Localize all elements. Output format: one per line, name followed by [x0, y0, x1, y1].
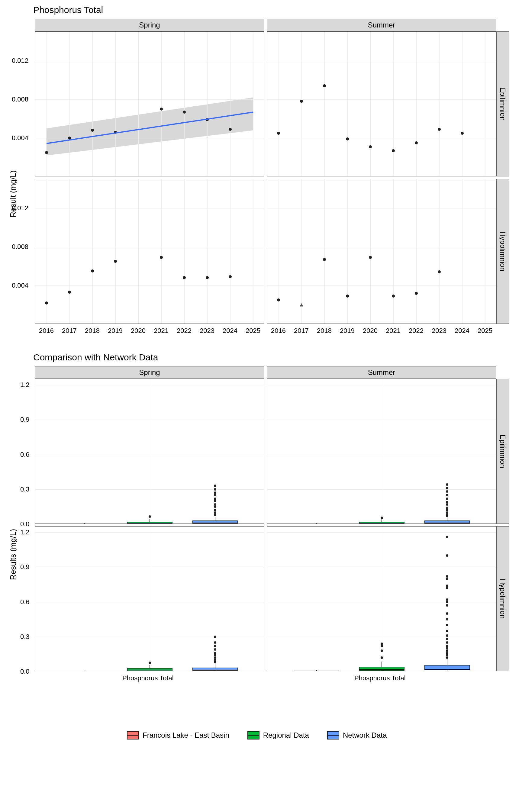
legend-key-red — [127, 731, 139, 739]
data-point — [300, 100, 303, 103]
legend-item-francois: Francois Lake - East Basin — [127, 731, 229, 739]
legend-label-francois: Francois Lake - East Basin — [143, 731, 229, 739]
chart1-xtick: 2022 — [177, 327, 192, 335]
outlier-point — [446, 645, 448, 647]
chart1-xtick: 2019 — [108, 327, 123, 335]
outlier-point — [446, 618, 448, 621]
legend-item-network: Network Data — [327, 731, 387, 739]
data-point — [45, 302, 48, 304]
chart2-ytick: 0.3 — [20, 633, 29, 641]
outlier-point — [446, 585, 448, 587]
data-point — [369, 145, 372, 148]
chart2-xtick: Phosphorus Total — [354, 674, 406, 682]
data-point — [68, 290, 71, 293]
outlier-point — [214, 491, 216, 494]
outlier-point — [148, 515, 151, 518]
chart1-ytick: 0.012 — [12, 204, 32, 212]
outlier-point — [446, 507, 448, 509]
chart1-xtick: 2024 — [223, 327, 237, 335]
data-point — [392, 149, 395, 152]
outlier-point — [446, 483, 448, 486]
data-point — [438, 128, 441, 131]
outlier-point — [446, 649, 448, 652]
chart1-xtick: 2017 — [294, 327, 309, 335]
outlier-point — [381, 516, 383, 519]
chart2-strip-hypolimnion: Hypolimnion — [496, 526, 509, 671]
data-point — [461, 132, 464, 135]
chart2-ytick: 1.2 — [20, 381, 29, 389]
outlier-point — [446, 494, 448, 496]
outlier-point — [214, 635, 216, 638]
chart1-xtick: 2022 — [409, 327, 423, 335]
chart2-ytick: 1.2 — [20, 528, 29, 536]
chart1-xtick: 2025 — [246, 327, 260, 335]
outlier-point — [381, 645, 383, 647]
outlier-point — [446, 634, 448, 637]
chart1-xtick: 2020 — [363, 327, 378, 335]
outlier-point — [214, 661, 216, 663]
chart1-ytick: 0.008 — [12, 96, 32, 103]
outlier-point — [214, 494, 216, 496]
data-point — [438, 270, 441, 273]
outlier-point — [446, 536, 448, 538]
outlier-point — [214, 656, 216, 659]
data-point — [277, 299, 280, 302]
data-point — [415, 292, 418, 295]
chart2-ytick: 0.9 — [20, 563, 29, 571]
chart1-ytick: 0.004 — [12, 134, 32, 142]
chart2-panel-summer-epi — [267, 379, 496, 524]
data-point — [415, 141, 418, 144]
outlier-point — [214, 505, 216, 508]
outlier-point — [446, 647, 448, 649]
chart1-panel-summer-hypo — [267, 179, 496, 324]
chart2-strip-summer: Summer — [267, 366, 496, 379]
chart2-strip-spring: Spring — [35, 366, 264, 379]
chart1-xtick: 2018 — [317, 327, 332, 335]
data-point — [91, 269, 94, 272]
data-point — [346, 295, 349, 298]
data-point — [369, 256, 372, 259]
outlier-point — [446, 598, 448, 601]
outlier-point — [446, 641, 448, 644]
chart2-ytick: 0.9 — [20, 416, 29, 424]
outlier-point — [446, 575, 448, 577]
chart2-xtick: Phosphorus Total — [122, 674, 174, 682]
chart1-strip-summer: Summer — [267, 19, 496, 32]
outlier-point — [214, 641, 216, 644]
data-point — [346, 138, 349, 140]
outlier-point — [381, 649, 383, 652]
outlier-point — [214, 498, 216, 500]
chart1-xtick: 2016 — [39, 327, 54, 335]
chart1-panel-spring-hypo — [35, 179, 264, 324]
data-point — [160, 107, 163, 110]
outlier-point — [446, 503, 448, 506]
outlier-point — [446, 601, 448, 603]
outlier-point — [214, 500, 216, 502]
chart1-strip-spring: Spring — [35, 19, 264, 32]
chart1-ytick: 0.004 — [12, 282, 32, 289]
chart1-xtick: 2021 — [154, 327, 168, 335]
data-point — [183, 110, 186, 114]
legend-label-regional: Regional Data — [263, 731, 309, 739]
outlier-point — [446, 587, 448, 589]
data-point — [45, 151, 48, 154]
outlier-point — [446, 624, 448, 626]
data-point — [392, 295, 395, 298]
legend-key-green — [247, 731, 260, 739]
legend: Francois Lake - East Basin Regional Data… — [127, 731, 387, 739]
outlier-point — [446, 638, 448, 640]
outlier-point — [214, 654, 216, 656]
data-point — [91, 129, 94, 132]
chart2-ytick: 0.3 — [20, 485, 29, 493]
chart1-xtick: 2025 — [478, 327, 493, 335]
outlier-point — [446, 554, 448, 557]
boxplot-green — [359, 667, 404, 671]
chart1-strip-epilimnion: Epilimnion — [496, 32, 509, 177]
chart1-strip-hypolimnion: Hypolimnion — [496, 179, 509, 324]
chart1-xtick: 2021 — [386, 327, 401, 335]
data-point — [229, 128, 232, 131]
chart2-strip-epilimnion: Epilimnion — [496, 379, 509, 524]
chart1-xtick: 2016 — [271, 327, 286, 335]
boxplot-blue — [424, 665, 470, 670]
data-point — [114, 260, 117, 263]
